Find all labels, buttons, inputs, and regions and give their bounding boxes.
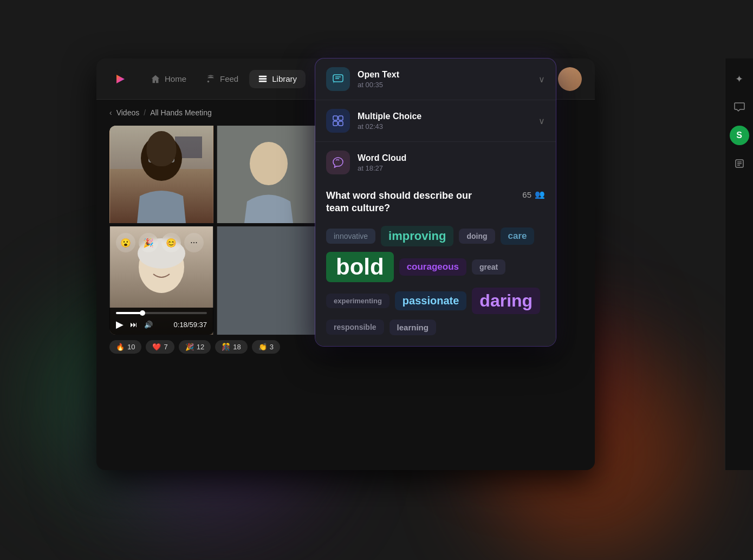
video-controls: ▶ ⏭ 🔊 0:18/59:37: [109, 308, 213, 335]
multiple-choice-icon: [326, 109, 350, 133]
word-cloud-grid: innovative improving doing care bold cou…: [326, 226, 545, 335]
wc-word-great: great: [472, 259, 505, 275]
nav-label-library: Library: [272, 74, 297, 83]
party-count: 12: [197, 343, 204, 351]
thumb-top-left[interactable]: [109, 126, 213, 223]
progress-bar[interactable]: [116, 312, 207, 314]
volume-button[interactable]: 🔊: [144, 321, 153, 329]
nav-label-feed: Feed: [220, 74, 238, 83]
word-cloud-icon: [326, 151, 350, 174]
wc-word-passionate: passionate: [395, 291, 466, 310]
avatar-image: [558, 67, 582, 91]
wc-title: Word Cloud: [358, 153, 406, 163]
sidebar-chat-icon[interactable]: [730, 97, 749, 117]
progress-fill: [116, 312, 143, 314]
word-cloud-expanded: What word should describe our team cultu…: [315, 179, 556, 346]
nav-item-library[interactable]: Library: [249, 70, 306, 88]
wc-word-innovative: innovative: [326, 229, 375, 244]
panel-text-1: Multiple Choice at 02:43: [358, 112, 421, 131]
app-logo[interactable]: [109, 69, 129, 89]
fire-count: 10: [127, 343, 135, 351]
panel-item-left-0: Open Text at 00:35: [326, 67, 399, 91]
library-icon: [258, 74, 268, 84]
reaction-party[interactable]: 🎉 12: [179, 340, 211, 354]
sidebar-transcript-icon[interactable]: [730, 154, 749, 173]
sidebar-sparkle-icon[interactable]: ✦: [730, 69, 749, 89]
svg-rect-3: [259, 75, 267, 77]
svg-rect-12: [149, 155, 159, 162]
video-thumb-2: [217, 126, 321, 223]
wc-word-responsible: responsible: [326, 320, 384, 335]
video-grid: 😮 🎉 😊 ··· ▶ ⏭ 🔊: [109, 126, 321, 448]
party-emoji: 🎉: [185, 343, 194, 351]
wc-header: What word should describe our team cultu…: [326, 190, 545, 215]
svg-rect-29: [339, 121, 343, 126]
svg-point-17: [250, 142, 288, 185]
wc-word-improving: improving: [381, 226, 453, 246]
nav-item-feed[interactable]: Feed: [197, 70, 247, 88]
heart-count: 7: [164, 343, 167, 351]
svg-rect-27: [339, 116, 343, 120]
time-display: 0:18/59:37: [174, 321, 207, 329]
breadcrumb-back[interactable]: ‹: [109, 108, 112, 117]
breadcrumb-separator: /: [144, 108, 146, 117]
wc-word-daring: daring: [472, 288, 540, 314]
panel-item-left-1: Multiple Choice at 02:43: [326, 109, 421, 133]
chat-bubble-icon: [332, 73, 345, 86]
mc-time: at 02:43: [358, 122, 421, 131]
breadcrumb-current: All Hands Meeting: [150, 108, 212, 117]
word-cloud-panel: Open Text at 00:35 ∨ Multiple Choice at …: [315, 58, 556, 346]
reaction-emojis-overlay: 😮 🎉 😊 ···: [116, 233, 204, 252]
right-sidebar: ✦ S: [725, 58, 753, 470]
person-illustration-1: [109, 126, 213, 223]
skip-button[interactable]: ⏭: [130, 320, 138, 329]
emoji-more: ···: [184, 233, 204, 252]
clap-emoji: 👏: [258, 343, 267, 351]
panel-item-multiple-choice[interactable]: Multiple Choice at 02:43 ∨: [315, 100, 556, 142]
svg-point-11: [141, 135, 182, 181]
video-thumb-4: [217, 226, 321, 335]
panel-item-word-cloud[interactable]: Word Cloud at 18:27: [315, 142, 556, 179]
open-text-title: Open Text: [358, 70, 399, 80]
video-thumbnails: 😮 🎉 😊 ··· ▶ ⏭ 🔊: [109, 126, 321, 335]
wc-question-text: What word should describe our team cultu…: [326, 190, 478, 215]
reaction-clap[interactable]: 👏 3: [252, 340, 280, 354]
sidebar-user-avatar[interactable]: S: [730, 126, 749, 145]
wc-count: 65 👥: [522, 190, 545, 199]
reaction-confetti[interactable]: 🎊 18: [215, 340, 247, 354]
reaction-heart[interactable]: ❤️ 7: [146, 340, 174, 354]
home-icon: [151, 74, 160, 84]
heart-emoji: ❤️: [152, 343, 161, 351]
wc-word-care: care: [501, 227, 535, 245]
feed-icon: [206, 74, 216, 84]
svg-rect-28: [333, 121, 337, 126]
svg-point-2: [207, 80, 210, 82]
user-avatar[interactable]: [558, 67, 582, 91]
wc-word-bold: bold: [326, 252, 394, 282]
svg-rect-26: [333, 116, 337, 120]
open-text-time: at 00:35: [358, 81, 399, 89]
wc-icon-svg: [332, 156, 345, 169]
thumb-top-right[interactable]: [217, 126, 321, 223]
wc-count-number: 65: [522, 190, 531, 199]
play-button[interactable]: ▶: [116, 318, 124, 330]
confetti-emoji: 🎊: [222, 343, 230, 351]
thumb-bottom-left[interactable]: 😮 🎉 😊 ··· ▶ ⏭ 🔊: [109, 226, 213, 335]
open-text-icon: [326, 67, 350, 91]
emoji-party: 🎉: [139, 233, 158, 252]
reaction-fire[interactable]: 🔥 10: [109, 340, 141, 354]
emoji-smile: 😊: [161, 233, 181, 252]
svg-rect-13: [164, 155, 174, 162]
panel-item-open-text[interactable]: Open Text at 00:35 ∨: [315, 58, 556, 100]
breadcrumb-parent[interactable]: Videos: [116, 108, 140, 117]
nav-item-home[interactable]: Home: [142, 70, 195, 88]
wc-word-doing: doing: [459, 229, 495, 244]
wc-word-learning: learning: [390, 320, 436, 335]
confetti-count: 18: [233, 343, 241, 351]
panel-text-2: Word Cloud at 18:27: [358, 153, 406, 172]
clap-count: 3: [270, 343, 274, 351]
wc-word-experimenting: experimenting: [326, 294, 390, 308]
fire-emoji: 🔥: [116, 343, 125, 351]
chevron-mc: ∨: [538, 116, 545, 126]
thumb-bottom-right[interactable]: [217, 226, 321, 335]
